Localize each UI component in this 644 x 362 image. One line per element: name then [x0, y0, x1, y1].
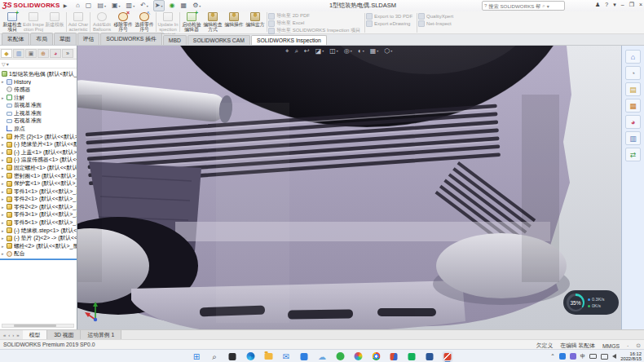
tree-item[interactable]: 前视基准面 [0, 101, 77, 109]
help-search-box[interactable]: ? ⌕ ▾ [482, 1, 565, 11]
magnifier-icon[interactable]: ⌕ [542, 3, 545, 9]
propertymanager-tab[interactable]: ▥ [13, 49, 24, 58]
cm-tab-2[interactable]: 布局 [30, 33, 53, 45]
home-button[interactable]: ⌂ [75, 1, 81, 11]
dimxpertmanager-tab[interactable]: ⊕ [37, 49, 49, 58]
view-orientation-button[interactable]: ⬡▾ [384, 47, 392, 55]
cast-monitor-icon[interactable] [601, 354, 608, 360]
model-3d-view[interactable] [77, 46, 621, 329]
file-explorer-tab[interactable]: ▤ [625, 82, 641, 96]
design-library-tab[interactable]: ◔ [625, 66, 641, 80]
section-view-button-caret[interactable]: ▾ [322, 49, 324, 53]
status-icon[interactable]: ⊙ [636, 342, 641, 349]
view-palette-tab[interactable]: ▦ [625, 99, 641, 113]
view-tab-2[interactable]: 3D 视图 [47, 330, 81, 339]
configurationmanager-tab[interactable]: ▣ [25, 49, 37, 58]
select-balloons-button[interactable]: 选择零件序号 [134, 11, 155, 32]
tree-item[interactable]: ▸History [0, 78, 77, 86]
tree-item[interactable]: ▸(-) 温度传感器<1> (默认<<默认>_ [0, 157, 77, 165]
appearances-scenes-tab[interactable]: ◕ [625, 115, 641, 129]
edit-appearance-button-caret[interactable]: ▾ [363, 49, 364, 53]
panel-horizontal-scrollbar[interactable] [2, 324, 74, 328]
tree-item[interactable]: 原点 [0, 125, 77, 133]
rebuild-button[interactable]: ◉ [169, 1, 176, 11]
cm-tab-1[interactable]: 装配体 [2, 33, 29, 45]
input-method-indicator[interactable]: 中 [580, 353, 586, 360]
tree-item[interactable]: ▸(-) 绝缘垫片<1> (默认<<默认>_显 [0, 140, 77, 148]
search-button[interactable]: ⌕ [210, 351, 220, 362]
network-speed-widget[interactable]: 35% 0.3K/s 0K/s [563, 290, 619, 315]
chrome-browser[interactable] [371, 351, 382, 362]
tree-item[interactable]: ▸注解 [0, 94, 77, 102]
tree-item[interactable]: ▸零件5<1> (默认<<默认>_显示状态 [0, 219, 77, 227]
custom-properties-tab[interactable]: ▥ [625, 131, 641, 145]
new-file-button[interactable]: ▢ [85, 1, 93, 11]
help-caret[interactable]: ▾ [613, 1, 616, 9]
tray-security-shield[interactable] [570, 353, 576, 360]
tab-scroll-last[interactable]: » [16, 333, 19, 338]
print-button-caret[interactable]: ▾ [133, 4, 135, 8]
view-orientation-button-caret[interactable]: ▾ [390, 49, 392, 53]
remove-balloons-button[interactable]: 移除零件序号 [112, 11, 134, 32]
tree-item[interactable]: ▸螺栓<2> (默认<<默认>_显示状态 [0, 242, 77, 250]
tab-scroll-next[interactable]: › [12, 333, 14, 338]
tree-item[interactable]: 1型铠装热电偶 (默认<默认_显示状态-1 [0, 70, 77, 78]
search-caret-icon[interactable]: ▾ [547, 3, 549, 9]
weather-app[interactable]: ☁ [317, 351, 328, 362]
hide-show-items-button-caret[interactable]: ▾ [351, 49, 352, 53]
display-style-button-caret[interactable]: ▾ [337, 49, 338, 53]
open-file-button[interactable]: ▤▾ [96, 1, 107, 11]
section-view-button[interactable]: ◪▾ [315, 47, 324, 55]
taskbar-clock[interactable]: 16:122022/8/15 [620, 351, 642, 362]
search-input[interactable] [488, 3, 540, 9]
save-button-caret[interactable]: ▾ [119, 4, 121, 8]
graphics-viewport[interactable]: ⌖⌕↩◪▾◫▾◎▾◐▾▦▾⬡▾ 35% 0.3K/s 0K/s [77, 46, 621, 329]
tree-item[interactable]: ▸固定螺栓<1> (默认<<默认>_显示 [0, 164, 77, 172]
launch-inspection-editor-button[interactable]: 启动检验编辑器 [181, 11, 202, 32]
save-button[interactable]: ▣▾ [111, 1, 121, 11]
mail-app[interactable]: ✉ [281, 351, 292, 362]
tray-expand-chevron[interactable]: ⌃ [550, 353, 554, 360]
help-button[interactable]: ? [605, 1, 608, 9]
black-app[interactable] [227, 351, 238, 362]
volume-icon[interactable] [612, 354, 616, 359]
apply-scene-button-caret[interactable]: ▾ [377, 49, 378, 53]
apply-scene-button[interactable]: ▦▾ [370, 47, 379, 55]
tree-item[interactable]: ▸外壳 (2)<1> (默认<<默认>_显示状 [0, 133, 77, 141]
scrollbar-thumb[interactable] [14, 324, 56, 327]
select-button-caret[interactable]: ▾ [161, 4, 163, 8]
tree-filter-row[interactable]: ▽ ▾ [0, 60, 77, 68]
tree-item[interactable]: ▸(-) 垫片 (2)<2> -> (默认<<默认> [0, 234, 77, 242]
options-button-caret[interactable]: ▾ [199, 4, 201, 8]
tab-scroll-first[interactable]: « [3, 333, 6, 338]
tree-item[interactable]: ▸零件1<1> (默认<<默认>_显示状态 [0, 188, 77, 196]
select-button[interactable]: ➤▾ [153, 0, 165, 11]
tree-item[interactable]: 传感器 [0, 86, 77, 94]
tree-item[interactable]: ▸(-) 绝缘板.step<1> (默认<<默认> [0, 227, 77, 235]
edit-inspection-method-button[interactable]: 编辑检查方式 [202, 11, 223, 32]
open-file-button-caret[interactable]: ▾ [104, 4, 106, 8]
cm-tab-7[interactable]: SOLIDWORKS CAM [187, 35, 250, 45]
zoom-area-button[interactable]: ⌕ [295, 47, 298, 55]
tree-item[interactable]: ▸配合 [0, 250, 77, 258]
restore-button[interactable]: ❐ [629, 1, 634, 9]
cm-tab-4[interactable]: 评估 [77, 33, 100, 45]
user-account-button[interactable]: ♟ [595, 1, 600, 9]
tree-item[interactable]: 上视基准面 [0, 109, 77, 117]
zoom-fit-button[interactable]: ⌖ [285, 47, 289, 55]
displaymanager-tab[interactable]: ◕ [50, 49, 61, 58]
microsoft-store[interactable] [299, 351, 310, 362]
solidworks-app[interactable] [443, 351, 453, 362]
hide-show-items-button[interactable]: ◎▾ [344, 47, 352, 55]
start-button[interactable]: ⊞ [192, 351, 202, 362]
file-properties-button[interactable]: ▦ [180, 1, 188, 11]
edit-method-button[interactable]: 编辑监方 [245, 11, 266, 27]
close-button[interactable]: × [639, 1, 642, 9]
tree-item[interactable]: 右视基准面 [0, 117, 77, 126]
edge-browser[interactable] [245, 351, 256, 362]
cm-tab-3[interactable]: 草图 [54, 33, 77, 45]
tree-item[interactable]: ▸密封圈<1> (默认<<默认>_显示状 [0, 172, 77, 180]
rollback-bar[interactable] [0, 258, 77, 260]
cm-tab-5[interactable]: SOLIDWORKS 插件 [100, 33, 162, 45]
undo-button-caret[interactable]: ▾ [147, 4, 148, 8]
